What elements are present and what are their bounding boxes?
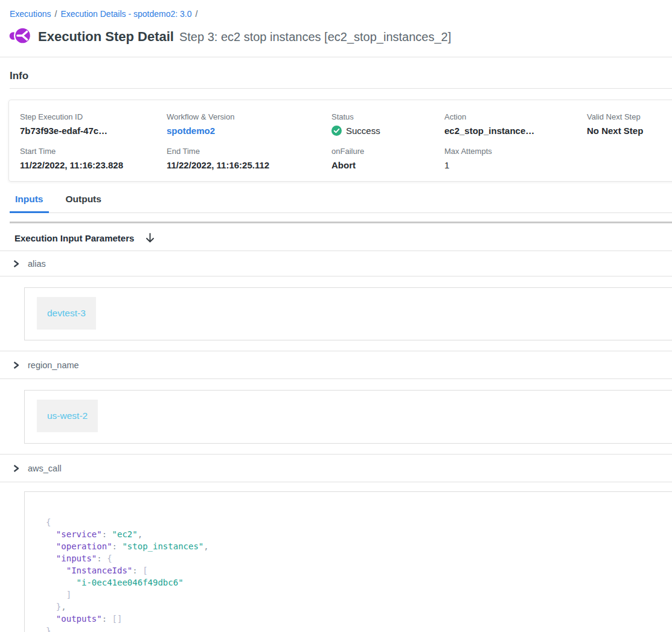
section-row-region-name[interactable]: region_name (0, 351, 672, 379)
breadcrumb-link-executions[interactable]: Executions (10, 9, 51, 19)
header-divider (0, 57, 672, 57)
field-value: 11/22/2022, 11:16:23.828 (20, 160, 167, 170)
code-line: "inputs": { (46, 552, 672, 564)
section-row-aws-call[interactable]: aws_call (0, 454, 672, 482)
status-badge: Success (331, 126, 444, 136)
success-check-icon (331, 126, 342, 136)
region-name-value-panel: us-west-2 (24, 390, 672, 444)
field-start-time: Start Time 11/22/2022, 11:16:23.828 (20, 147, 167, 170)
field-value: Abort (331, 160, 444, 170)
code-line: } (46, 625, 672, 632)
field-action: Action ec2_stop_instance… (444, 112, 587, 136)
alias-value-chip: devtest-3 (37, 297, 96, 330)
alias-value-panel: devtest-3 (24, 287, 672, 340)
field-onfailure: onFailure Abort (331, 147, 444, 170)
code-line: "InstanceIds": [ (46, 564, 672, 576)
tab-outputs[interactable]: Outputs (60, 194, 107, 212)
field-value: No Next Step (587, 126, 672, 136)
field-value: ec2_stop_instance… (444, 126, 587, 136)
field-workflow-version: Workflow & Version spotdemo2 (167, 112, 331, 136)
field-label: End Time (167, 147, 331, 156)
info-card: Step Execution ID 7b73f93e-edaf-47c… Wor… (8, 100, 672, 182)
code-line: "outputs": [] (46, 613, 672, 625)
code-line: }, (46, 601, 672, 613)
field-label: Status (331, 112, 444, 121)
chevron-right-icon (12, 260, 20, 268)
params-heading: Execution Input Parameters (14, 233, 134, 243)
section-alias: alias devtest-3 (0, 251, 672, 340)
field-label: Step Execution ID (20, 112, 167, 121)
tab-inputs[interactable]: Inputs (10, 194, 49, 212)
info-heading: Info (10, 70, 672, 89)
field-label: Max Attempts (444, 147, 587, 156)
breadcrumb-link-execution-details[interactable]: Execution Details - spotdemo2: 3.0 (60, 9, 191, 19)
field-label: Valid Next Step (587, 112, 672, 121)
region-name-value-chip: us-west-2 (37, 400, 98, 432)
field-status: Status Success (331, 112, 444, 136)
chevron-right-icon (12, 464, 20, 473)
section-aws-call: aws_call { "service": "ec2", "operation"… (0, 454, 672, 632)
field-max-attempts: Max Attempts 1 (444, 147, 587, 170)
breadcrumb-separator: / (196, 9, 198, 19)
code-line: "i-0ec41ee046f49dbc6" (46, 576, 672, 589)
section-label: region_name (28, 360, 79, 370)
aws-call-code-panel: { "service": "ec2", "operation": "stop_i… (24, 491, 672, 632)
arrow-down-icon[interactable] (145, 232, 155, 243)
chevron-right-icon (12, 361, 20, 369)
status-text: Success (346, 126, 380, 136)
field-step-execution-id: Step Execution ID 7b73f93e-edaf-47c… (20, 112, 167, 136)
tab-bar: Inputs Outputs (10, 194, 672, 213)
field-label: onFailure (331, 147, 444, 156)
code-line: "service": "ec2", (46, 528, 672, 540)
field-value: 1 (444, 160, 587, 170)
code-line: { (46, 516, 672, 528)
field-value: 11/22/2022, 11:16:25.112 (167, 160, 331, 170)
section-region-name: region_name us-west-2 (0, 351, 672, 444)
field-label: Start Time (20, 147, 167, 156)
workflow-link[interactable]: spotdemo2 (167, 126, 331, 136)
workflow-logo-icon (9, 27, 31, 47)
field-valid-next-step: Valid Next Step No Next Step (587, 112, 672, 136)
field-end-time: End Time 11/22/2022, 11:16:25.112 (167, 147, 331, 170)
code-line: ] (46, 589, 672, 601)
breadcrumb-separator: / (54, 9, 57, 19)
page-header: Execution Step Detail Step 3: ec2 stop i… (0, 19, 672, 47)
breadcrumb: Executions/Execution Details - spotdemo2… (0, 0, 672, 19)
page-title: Execution Step Detail (38, 29, 174, 45)
page-subtitle: Step 3: ec2 stop instances [ec2_stop_ins… (179, 30, 451, 44)
code-line: "operation": "stop_instances", (46, 540, 672, 552)
field-value: 7b73f93e-edaf-47c… (20, 126, 167, 136)
section-row-alias[interactable]: alias (0, 251, 672, 276)
json-code: { "service": "ec2", "operation": "stop_i… (46, 516, 672, 632)
field-label: Action (444, 112, 587, 121)
section-label: alias (28, 259, 46, 269)
field-label: Workflow & Version (167, 112, 331, 121)
execution-input-parameters-header: Execution Input Parameters (0, 223, 672, 251)
section-label: aws_call (28, 464, 62, 473)
